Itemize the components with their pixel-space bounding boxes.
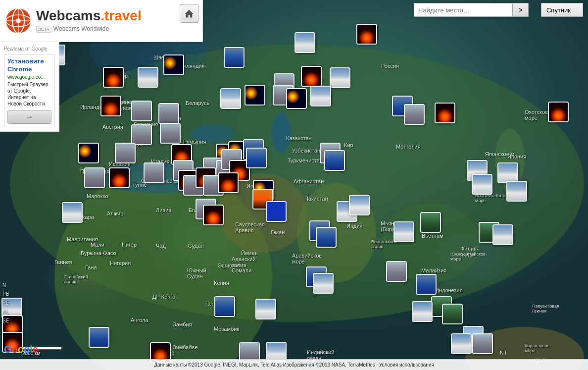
webcam-marker[interactable]: [138, 67, 158, 88]
ad-content: Установите Chrome www.google.co... Быстр…: [4, 54, 55, 127]
webcam-marker[interactable]: [84, 167, 105, 188]
webcam-marker[interactable]: [416, 274, 437, 295]
search-button[interactable]: >: [513, 3, 529, 17]
map-type-selector[interactable]: Спутник: [541, 3, 583, 17]
search-input[interactable]: [414, 3, 513, 17]
google-logo: Google: [4, 344, 38, 355]
webcam-marker[interactable]: [313, 273, 334, 294]
attribution-bar: Данные карты ©2013 Google, INEGI, MapLin…: [0, 359, 588, 370]
webcam-marker[interactable]: [349, 195, 370, 215]
webcam-marker[interactable]: [330, 67, 350, 88]
webcam-marker[interactable]: [286, 88, 307, 109]
webcam-marker[interactable]: [255, 299, 276, 319]
webcam-marker[interactable]: [158, 103, 179, 124]
webcam-marker[interactable]: [412, 301, 433, 322]
webcam-marker[interactable]: [245, 85, 265, 106]
ad-description: Быстрый Браузер от Google. Интернет на Н…: [7, 81, 51, 107]
webcam-marker[interactable]: [497, 162, 518, 183]
webcam-marker[interactable]: [324, 150, 345, 171]
webcam-marker[interactable]: [89, 327, 109, 348]
webcam-marker[interactable]: [492, 224, 513, 245]
webcam-marker[interactable]: [246, 148, 267, 168]
webcam-marker[interactable]: [266, 201, 287, 222]
webcam-marker[interactable]: [131, 124, 152, 145]
search-area: >: [414, 3, 529, 17]
webcam-marker[interactable]: [131, 101, 152, 121]
webcam-marker[interactable]: [393, 221, 414, 242]
logo-area: Webcams.travel BETA Webcams Worldwide: [5, 7, 142, 35]
webcam-marker[interactable]: [506, 181, 527, 202]
webcam-marker[interactable]: [420, 212, 441, 233]
ad-google-label: Реклама от Google: [4, 46, 55, 52]
webcam-marker[interactable]: [548, 102, 569, 122]
webcam-marker[interactable]: [310, 86, 331, 106]
webcam-marker[interactable]: [386, 261, 407, 282]
beta-badge: BETA: [36, 26, 51, 33]
country-codes: NPBPEALSE: [2, 281, 9, 325]
webcam-marker[interactable]: [224, 47, 245, 68]
webcam-marker[interactable]: [220, 88, 241, 109]
webcam-marker[interactable]: [451, 333, 472, 354]
webcam-marker[interactable]: [442, 304, 463, 324]
attribution-text: Данные карты ©2013 Google, INEGI, MapLin…: [154, 362, 434, 368]
logo-subtitle: Webcams Worldwide: [53, 25, 109, 32]
map-container[interactable]: Россия Финляндия Казахстан Монголия Япон…: [0, 0, 588, 370]
header-panel: Webcams.travel BETA Webcams Worldwide: [0, 0, 203, 42]
ad-arrow-button[interactable]: →: [7, 110, 51, 124]
webcam-marker[interactable]: [218, 172, 239, 193]
webcam-marker[interactable]: [316, 227, 337, 248]
webcam-marker[interactable]: [435, 103, 455, 123]
ad-url: www.google.co...: [7, 74, 51, 80]
logo-icon: [5, 7, 32, 35]
webcam-marker[interactable]: [356, 24, 377, 45]
webcam-marker[interactable]: [214, 296, 235, 317]
home-button[interactable]: [180, 4, 198, 23]
ad-install-link[interactable]: Установите Chrome: [7, 57, 51, 73]
map-type-label[interactable]: Спутник: [541, 3, 583, 17]
home-icon: [184, 9, 194, 18]
webcam-marker[interactable]: [203, 205, 224, 225]
webcam-marker[interactable]: [160, 123, 181, 144]
logo-text: Webcams.travel BETA Webcams Worldwide: [36, 9, 142, 33]
webcam-marker[interactable]: [144, 162, 164, 183]
webcam-marker[interactable]: [109, 167, 130, 188]
ad-panel: Реклама от Google Установите Chrome www.…: [0, 42, 59, 132]
webcam-marker[interactable]: [100, 96, 121, 116]
webcam-marker[interactable]: [62, 202, 83, 223]
webcam-marker[interactable]: [103, 67, 124, 88]
webcam-marker[interactable]: [472, 174, 492, 195]
webcam-marker[interactable]: [301, 66, 322, 87]
webcam-marker[interactable]: [163, 54, 184, 75]
webcam-marker[interactable]: [294, 32, 315, 53]
webcam-marker[interactable]: [472, 333, 493, 354]
webcam-marker[interactable]: [404, 104, 425, 125]
webcam-marker[interactable]: [115, 143, 136, 163]
webcam-marker[interactable]: [78, 143, 99, 163]
